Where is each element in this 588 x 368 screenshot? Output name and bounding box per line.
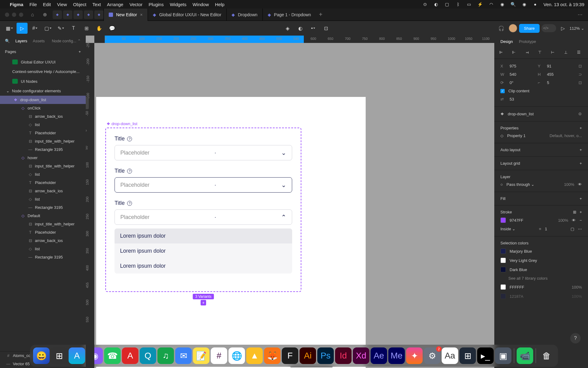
menu-toggle-button[interactable]: ▦: [4, 23, 15, 34]
status-icon[interactable]: ⊙: [422, 2, 428, 7]
share-button[interactable]: Share: [519, 24, 540, 33]
assets-tab[interactable]: Assets: [33, 39, 45, 43]
align-left-icon[interactable]: ⊫: [499, 50, 505, 56]
layer-row[interactable]: ⊟input_title_with_helper: [0, 137, 86, 145]
align-right-icon[interactable]: ⫤: [525, 50, 531, 56]
user-avatar[interactable]: [509, 24, 517, 33]
shape-tool-button[interactable]: ▢: [42, 23, 53, 34]
add-fill-icon[interactable]: +: [579, 196, 582, 201]
search-icon[interactable]: 🔍: [5, 39, 10, 43]
slack-icon[interactable]: #: [211, 347, 227, 364]
distribute-icon[interactable]: ☰: [577, 50, 583, 56]
audio-icon[interactable]: 🎧: [496, 23, 507, 34]
rotation-input[interactable]: 0°: [510, 80, 534, 85]
bluetooth-icon[interactable]: ᛒ: [455, 2, 461, 7]
layer-row[interactable]: ◇onClick: [0, 104, 86, 112]
gap-input[interactable]: 53: [510, 97, 514, 102]
tab-page1-dropdown[interactable]: ◆ Page 1 - Dropdown: [262, 9, 316, 21]
layers-tab[interactable]: Layers: [15, 39, 27, 43]
property-name[interactable]: Property 1: [507, 133, 526, 138]
menu-vector[interactable]: Vector: [130, 2, 143, 7]
menu-help[interactable]: Help: [215, 2, 224, 7]
color-row[interactable]: FFFFFF 100%: [500, 282, 582, 292]
close-window-icon[interactable]: [5, 13, 9, 17]
layer-row[interactable]: ◇list: [0, 121, 86, 129]
component-icon[interactable]: ◈: [282, 23, 293, 34]
app-name[interactable]: Figma: [10, 2, 23, 7]
recent-tab-icon[interactable]: ◆: [63, 10, 72, 19]
acrobat-icon[interactable]: A: [122, 347, 138, 364]
color-row[interactable]: Very Light Grey: [500, 256, 582, 265]
page-selector[interactable]: Node config... ⌃: [52, 39, 81, 43]
boolean-icon[interactable]: ▪: [308, 23, 319, 34]
dropdown-open[interactable]: Title? Placeholder · ⌃ Lorem ipsum dolor…: [106, 193, 301, 274]
stroke-more-icon[interactable]: ⋯: [578, 227, 582, 231]
settings-icon[interactable]: ⚙: [424, 347, 440, 364]
resources-button[interactable]: ⊞: [81, 23, 92, 34]
dropdown-option[interactable]: Lorem ipsum dolor: [115, 228, 292, 243]
prototype-tab[interactable]: Prototype: [519, 39, 536, 44]
menu-window[interactable]: Window: [193, 2, 209, 7]
menu-file[interactable]: File: [29, 2, 37, 7]
illustrator-icon[interactable]: Ai: [300, 347, 316, 364]
add-property-icon[interactable]: +: [579, 126, 582, 130]
page-item[interactable]: Context-sensitive Help / Autocomple...: [0, 67, 86, 76]
menu-edit[interactable]: Edit: [43, 2, 51, 7]
move-tool-button[interactable]: ▷: [17, 23, 28, 34]
zoom-level[interactable]: 112% ⌄: [570, 26, 584, 31]
stroke-sides-icon[interactable]: ▢: [571, 227, 574, 231]
layer-row[interactable]: —Rectangle 3195: [0, 253, 86, 261]
component-frame-label[interactable]: drop-down_list: [107, 121, 138, 126]
color-row[interactable]: 12187A 100%: [500, 292, 582, 301]
layer-row[interactable]: ⊟arrow_back_ios: [0, 112, 86, 121]
menu-widgets[interactable]: Widgets: [170, 2, 186, 7]
control-center-icon[interactable]: ◉: [499, 2, 505, 7]
siri-icon[interactable]: ◉: [522, 2, 527, 7]
align-vcenter-icon[interactable]: ⊢: [551, 50, 557, 56]
crop-icon[interactable]: ⊡: [321, 23, 332, 34]
color-row[interactable]: Marjory Blue: [500, 247, 582, 256]
maximize-window-icon[interactable]: [19, 13, 23, 17]
spotify-icon[interactable]: ♫: [157, 347, 174, 364]
remove-stroke-icon[interactable]: −: [579, 218, 582, 223]
community-icon[interactable]: ⊕: [40, 10, 49, 19]
layer-row[interactable]: ⊟input_title_with_helper: [0, 220, 86, 228]
search-icon[interactable]: 🔍: [511, 2, 516, 7]
present-button[interactable]: ▷: [561, 25, 565, 31]
radius-detail-icon[interactable]: ⊡: [579, 80, 582, 85]
quicktime-icon[interactable]: Q: [140, 347, 156, 364]
constraints-icon[interactable]: ⊡: [579, 64, 582, 68]
close-tab-icon[interactable]: ×: [140, 12, 142, 17]
y-input[interactable]: 91: [547, 64, 571, 68]
recent-tab-icon[interactable]: ◆: [53, 10, 62, 19]
opacity-input[interactable]: 100%: [564, 182, 574, 187]
see-all-colors[interactable]: See all 7 library colors: [508, 276, 548, 281]
battery-icon[interactable]: ⚡: [477, 2, 483, 7]
facetime-icon[interactable]: 📹: [517, 347, 533, 364]
layer-row[interactable]: ◇list: [0, 170, 86, 178]
stroke-weight[interactable]: 1: [545, 227, 547, 231]
add-page-icon[interactable]: +: [78, 49, 81, 54]
appstore-icon[interactable]: A: [69, 347, 85, 364]
visibility-icon[interactable]: 👁: [578, 182, 582, 187]
layer-row[interactable]: ◇hover: [0, 154, 86, 162]
notes-icon[interactable]: 📝: [193, 347, 209, 364]
layer-row[interactable]: TPlaceholder: [0, 228, 86, 236]
dropdown-option[interactable]: Lorem ipsum dolor: [115, 259, 292, 274]
clock[interactable]: Ven. 13 oct. à 19:39: [544, 2, 584, 7]
recent-tab-icon[interactable]: ◆: [74, 10, 83, 19]
mail-icon[interactable]: ✉: [175, 347, 192, 364]
finder-icon[interactable]: 😀: [33, 347, 50, 364]
align-hcenter-icon[interactable]: ⊩: [512, 50, 518, 56]
menu-view[interactable]: View: [57, 2, 67, 7]
wifi-icon[interactable]: ◠: [488, 2, 494, 7]
stroke-color-swatch[interactable]: [500, 217, 506, 223]
home-icon[interactable]: ⌂: [28, 10, 37, 19]
align-bottom-icon[interactable]: ⊥: [564, 50, 570, 56]
app-icon[interactable]: ✦: [406, 347, 423, 364]
dropdown-default[interactable]: Title? Placeholder · ⌄: [106, 128, 301, 160]
layer-row[interactable]: —Rectangle 3195: [0, 203, 86, 212]
add-autolayout-icon[interactable]: +: [579, 148, 582, 152]
whatsapp-icon[interactable]: ☎: [104, 347, 121, 364]
layer-row[interactable]: ⊟arrow_back_ios: [0, 187, 86, 195]
